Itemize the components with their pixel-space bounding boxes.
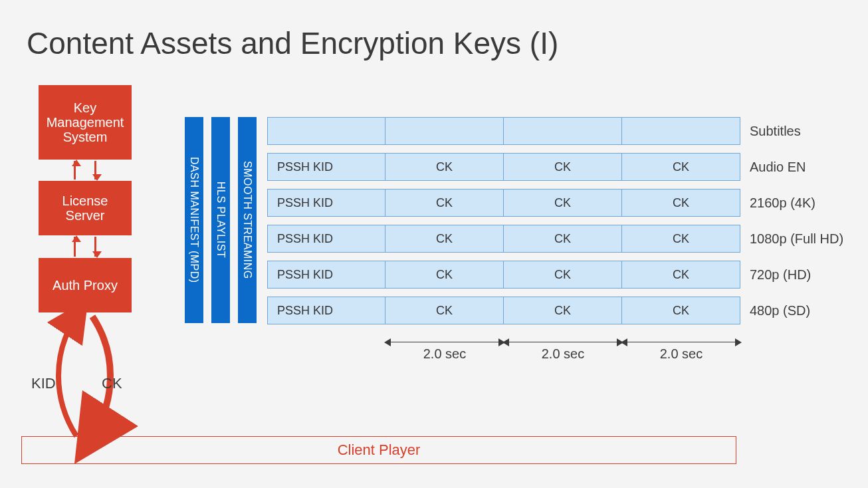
smooth-streaming-bar: SMOOTH STREAMING: [238, 117, 257, 323]
arrows-license-auth: [39, 237, 132, 257]
ck-label: CK: [102, 375, 122, 392]
segment-duration-measure: 2.0 sec: [504, 335, 622, 362]
segment-duration-label: 2.0 sec: [504, 346, 622, 362]
arrow-up-icon: [74, 237, 76, 257]
segment-chunk: CK: [385, 261, 504, 289]
segment-chunk: [385, 117, 504, 145]
track-label: 2160p (4K): [750, 189, 868, 217]
track-labels-column: SubtitlesAudio EN2160p (4K)1080p (Full H…: [750, 117, 868, 332]
segment-first: PSSH KID: [267, 153, 385, 181]
segment-duration-measure: 2.0 sec: [385, 335, 504, 362]
dash-manifest-bar: DASH MANIFEST (MPD): [185, 117, 203, 323]
segment-duration-label: 2.0 sec: [385, 346, 504, 362]
segment-duration-label: 2.0 sec: [622, 346, 740, 362]
kms-box: Key Management System: [39, 85, 132, 160]
arrow-down-icon: [94, 161, 96, 180]
segment-chunk: CK: [622, 225, 740, 253]
segment-duration-row: 2.0 sec 2.0 sec 2.0 sec: [385, 335, 740, 375]
segment-first: PSSH KID: [267, 261, 385, 289]
segment-chunk: CK: [504, 225, 622, 253]
track-row: PSSH KIDCKCKCK: [267, 153, 740, 181]
segment-chunk: CK: [622, 261, 740, 289]
auth-proxy-box: Auth Proxy: [39, 258, 132, 312]
track-label: 480p (SD): [750, 297, 868, 324]
segment-chunk: CK: [504, 261, 622, 289]
track-row: PSSH KIDCKCKCK: [267, 225, 740, 253]
segment-first: PSSH KID: [267, 189, 385, 217]
hls-playlist-bar: HLS PLAYLIST: [211, 117, 230, 323]
segment-chunk: CK: [622, 189, 740, 217]
track-label: 720p (HD): [750, 261, 868, 289]
segment-first: PSSH KID: [267, 225, 385, 253]
double-arrow-icon: [504, 342, 622, 342]
track-label: 1080p (Full HD): [750, 225, 868, 253]
kid-label: KID: [31, 375, 56, 392]
slide-title: Content Assets and Encryption Keys (I): [27, 25, 558, 61]
arrows-kms-license: [39, 161, 132, 180]
segment-chunk: CK: [385, 189, 504, 217]
track-label: Audio EN: [750, 153, 868, 181]
segment-chunk: CK: [385, 297, 504, 324]
track-row: PSSH KIDCKCKCK: [267, 261, 740, 289]
track-label: Subtitles: [750, 117, 868, 145]
segment-duration-measure: 2.0 sec: [622, 335, 740, 362]
client-player-box: Client Player: [21, 436, 736, 464]
arrow-down-icon: [94, 237, 96, 257]
track-row: [267, 117, 740, 145]
segment-chunk: [504, 117, 622, 145]
segment-chunk: CK: [385, 225, 504, 253]
segment-first: PSSH KID: [267, 297, 385, 324]
license-server-box: License Server: [39, 181, 132, 235]
double-arrow-icon: [385, 342, 504, 342]
track-row: PSSH KIDCKCKCK: [267, 189, 740, 217]
segment-chunk: CK: [622, 153, 740, 181]
arrow-up-icon: [74, 161, 76, 180]
double-arrow-icon: [622, 342, 740, 342]
segment-chunk: CK: [622, 297, 740, 324]
kid-ck-arrows: KID CK: [50, 312, 123, 439]
segment-chunk: [622, 117, 740, 145]
segment-first: [267, 117, 385, 145]
segment-chunk: CK: [504, 189, 622, 217]
segment-chunk: CK: [504, 153, 622, 181]
tracks-grid: PSSH KIDCKCKCKPSSH KIDCKCKCKPSSH KIDCKCK…: [267, 117, 740, 324]
segment-chunk: CK: [385, 153, 504, 181]
track-row: PSSH KIDCKCKCK: [267, 297, 740, 324]
segment-chunk: CK: [504, 297, 622, 324]
